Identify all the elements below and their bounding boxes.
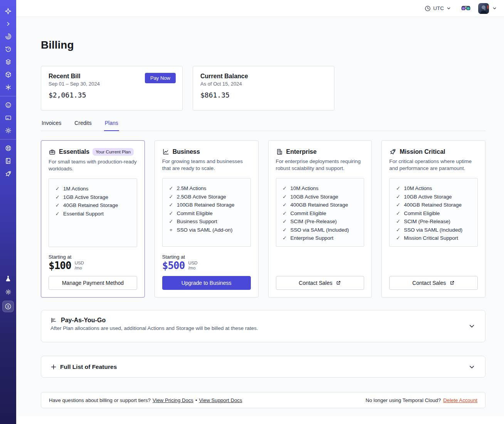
timezone-selector[interactable]: UTC xyxy=(425,5,451,12)
billing-main: Billing Recent Bill Sep 01 – Sep 30, 202… xyxy=(16,17,504,416)
docs-book-icon[interactable] xyxy=(0,155,16,167)
dot-separator: • xyxy=(195,397,197,403)
feature-item: ✓SCIM (Pre-Release) xyxy=(282,217,361,226)
feature-item: ✓10M Actions xyxy=(282,184,361,193)
feature-item: ✓Essential Support xyxy=(55,210,134,218)
feature-item: ✓Mission Critical Support xyxy=(396,234,474,242)
check-icon: ✓ xyxy=(396,201,400,209)
asterisk-icon[interactable] xyxy=(0,81,16,94)
full-features-accordion[interactable]: Full List of Features xyxy=(41,356,486,378)
theme-sun-icon[interactable] xyxy=(0,288,16,296)
plus-icon xyxy=(50,364,57,370)
feature-item: ✓Commit Eligible xyxy=(169,209,247,218)
plan-description: For growing teams and businesses that ar… xyxy=(162,158,251,172)
plus-icon: + xyxy=(169,226,173,234)
price-amount: $100 xyxy=(49,260,71,271)
price-currency: USD xyxy=(75,261,84,266)
current-plan-badge: Your Current Plan xyxy=(92,148,134,156)
current-balance-title: Current Balance xyxy=(200,73,327,80)
feature-item: ✓SSO via SAML (Included) xyxy=(282,226,361,234)
current-balance-card: Current Balance As of Oct 15, 2024 $861.… xyxy=(193,66,334,111)
check-icon: ✓ xyxy=(396,184,400,193)
briefcase-icon xyxy=(49,148,56,156)
check-icon: ✓ xyxy=(169,217,173,226)
check-icon: ✓ xyxy=(282,201,287,209)
view-support-docs-link[interactable]: View Support Docs xyxy=(199,397,242,403)
plan-name: Mission Critical xyxy=(400,148,445,155)
billing-card-icon[interactable] xyxy=(0,111,16,124)
plan-card-essentials: Essentials Your Current Plan For small t… xyxy=(41,140,145,298)
timer-icon[interactable] xyxy=(0,43,16,56)
check-icon: ✓ xyxy=(282,234,287,242)
price-prefix: Starting at xyxy=(49,254,137,260)
expand-chevron-icon[interactable] xyxy=(0,17,16,30)
usage-dollar-icon[interactable]: $ xyxy=(2,301,14,312)
feature-item: ✓2.5M Actions xyxy=(169,184,247,193)
sidebar-divider xyxy=(0,96,16,96)
check-icon: ✓ xyxy=(282,184,287,193)
lab-flask-icon[interactable] xyxy=(0,274,16,283)
check-icon: ✓ xyxy=(169,209,173,218)
plan-feature-list: ✓10M Actions ✓10GB Active Storage ✓400GB… xyxy=(276,178,365,247)
3d-glasses-icon[interactable] xyxy=(461,6,470,11)
cube-icon[interactable] xyxy=(0,68,16,81)
plan-name: Essentials xyxy=(59,148,89,155)
avatar[interactable] xyxy=(478,3,489,14)
feature-item: ✓Commit Eligible xyxy=(396,209,474,218)
view-pricing-docs-link[interactable]: View Pricing Docs xyxy=(153,397,193,403)
chevron-down-icon[interactable] xyxy=(469,323,475,330)
check-icon: ✓ xyxy=(169,201,173,209)
feature-item: ✓SCIM (Pre-Release) xyxy=(396,217,474,226)
tab-credits[interactable]: Credits xyxy=(74,120,92,131)
namespaces-spiral-icon[interactable] xyxy=(0,30,16,43)
pay-now-button[interactable]: Pay Now xyxy=(145,73,176,83)
check-icon: ✓ xyxy=(282,209,287,218)
payg-title: Pay-As-You-Go xyxy=(61,317,106,324)
feature-item: ✓40GB Retained Storage xyxy=(55,201,134,210)
feature-item: ✓400GB Retained Storage xyxy=(282,201,361,209)
feature-item: ✓100GB Retained Storage xyxy=(169,201,247,209)
plans-row: Essentials Your Current Plan For small t… xyxy=(41,140,486,298)
manage-payment-method-button[interactable]: Manage Payment Method xyxy=(49,276,137,290)
contact-sales-button[interactable]: Contact Sales xyxy=(389,276,478,290)
page-title: Billing xyxy=(41,37,486,53)
upgrade-to-business-button[interactable]: Upgrade to Business xyxy=(162,276,251,290)
check-icon: ✓ xyxy=(282,226,287,234)
price-amount: $500 xyxy=(162,260,185,271)
building-icon xyxy=(276,148,283,155)
contact-sales-button[interactable]: Contact Sales xyxy=(276,276,365,290)
check-icon: ✓ xyxy=(55,185,60,193)
feature-item: ✓10M Actions xyxy=(396,184,474,193)
check-icon: ✓ xyxy=(396,193,400,201)
tab-invoices[interactable]: Invoices xyxy=(41,120,62,131)
feature-item: ✓1M Actions xyxy=(55,185,134,193)
payg-description: After Plan allocations are used, additio… xyxy=(50,325,476,331)
chevron-down-icon[interactable] xyxy=(469,363,475,370)
plan-card-business: Business For growing teams and businesse… xyxy=(155,140,259,298)
current-balance-amount: $861.35 xyxy=(200,91,327,99)
horizontal-bar-chart-icon xyxy=(50,317,57,324)
check-icon: ✓ xyxy=(55,210,60,218)
external-link-icon xyxy=(449,280,455,286)
price-period: /mo xyxy=(75,266,84,271)
topbar: UTC xyxy=(16,0,504,17)
account-menu-chevron-icon[interactable] xyxy=(492,6,497,11)
plan-feature-list: ✓2.5M Actions ✓2.5GB Active Storage ✓100… xyxy=(162,178,251,247)
current-balance-asof: As of Oct 15, 2024 xyxy=(200,81,327,87)
support-lifebuoy-icon[interactable] xyxy=(0,142,16,155)
feature-item: ✓Commit Eligible xyxy=(282,209,361,218)
delete-account-link[interactable]: Delete Account xyxy=(443,397,477,403)
feature-item: ✓400GB Retained Storage xyxy=(396,201,474,209)
check-icon: ✓ xyxy=(396,209,400,218)
layers-icon[interactable] xyxy=(0,56,16,68)
settings-gear-icon[interactable] xyxy=(0,124,16,137)
temporal-cloud-billing-page: $ UTC Billing Recent Bill xyxy=(0,0,504,424)
rocket-icon[interactable] xyxy=(0,167,16,180)
gauge-face-icon[interactable] xyxy=(0,99,16,111)
price-prefix: Starting at xyxy=(162,254,251,260)
check-icon: ✓ xyxy=(396,217,400,226)
temporal-logo-icon[interactable] xyxy=(0,5,16,17)
check-icon: ✓ xyxy=(55,193,60,202)
payg-accordion[interactable]: Pay-As-You-Go After Plan allocations are… xyxy=(41,310,486,342)
tab-plans[interactable]: Plans xyxy=(104,120,119,131)
